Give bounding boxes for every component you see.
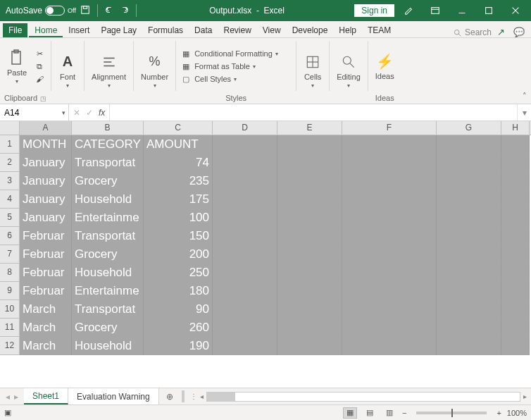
cell[interactable]	[501, 337, 530, 355]
cell[interactable]	[437, 282, 501, 300]
cell[interactable]	[213, 154, 277, 172]
cell[interactable]: 175	[144, 190, 213, 209]
cell[interactable]	[213, 264, 277, 282]
page-layout-view-icon[interactable]: ▤	[363, 407, 377, 419]
cell[interactable]: Entertainme	[72, 282, 144, 300]
row-header[interactable]: 10	[0, 300, 20, 319]
cell[interactable]	[437, 245, 501, 264]
autosave-toggle[interactable]: AutoSave Off	[6, 6, 76, 16]
cell[interactable]	[437, 337, 501, 355]
cell[interactable]: Grocery	[72, 245, 144, 264]
cell[interactable]	[501, 135, 530, 154]
cell[interactable]	[501, 245, 530, 264]
cell[interactable]	[213, 190, 277, 209]
cell[interactable]	[342, 300, 437, 319]
cell[interactable]	[277, 319, 342, 337]
cell[interactable]: 100	[144, 209, 213, 227]
cell[interactable]	[342, 227, 437, 245]
tab-data[interactable]: Data	[189, 23, 218, 37]
tab-review[interactable]: Review	[218, 23, 256, 37]
paste-button[interactable]: Paste ▾	[4, 47, 30, 86]
font-button[interactable]: A Font▾	[56, 51, 80, 90]
cell[interactable]: 250	[144, 264, 213, 282]
cell[interactable]	[213, 245, 277, 264]
cell[interactable]	[501, 300, 530, 319]
cell[interactable]: January	[20, 190, 72, 209]
cell[interactable]: 90	[144, 300, 213, 319]
cell[interactable]: 150	[144, 227, 213, 245]
cell[interactable]	[501, 264, 530, 282]
ideas-button[interactable]: ⚡ Ideas	[373, 51, 397, 82]
cell[interactable]: Entertainme	[72, 209, 144, 227]
tab-home[interactable]: Home	[29, 23, 63, 37]
cell[interactable]	[213, 227, 277, 245]
cell[interactable]	[437, 190, 501, 209]
col-header-h[interactable]: H	[501, 121, 530, 135]
row-header[interactable]: 3	[0, 172, 20, 190]
col-header-g[interactable]: G	[437, 121, 501, 135]
expand-formula-icon[interactable]: ▾	[517, 104, 531, 121]
cell[interactable]: 200	[144, 245, 213, 264]
col-header-f[interactable]: F	[342, 121, 437, 135]
cell[interactable]: 190	[144, 337, 213, 355]
share-icon[interactable]: ↗	[492, 27, 510, 37]
cell[interactable]	[277, 337, 342, 355]
minimize-icon[interactable]	[449, 1, 475, 20]
format-painter-button[interactable]: 🖌	[34, 73, 45, 85]
select-all-corner[interactable]	[0, 121, 20, 135]
tab-view[interactable]: View	[257, 23, 287, 37]
cell[interactable]	[213, 135, 277, 154]
cell[interactable]	[501, 282, 530, 300]
cell[interactable]	[437, 135, 501, 154]
cell[interactable]: January	[20, 154, 72, 172]
next-sheet-icon[interactable]: ▸	[14, 392, 18, 402]
row-header[interactable]: 12	[0, 337, 20, 355]
cell[interactable]	[342, 282, 437, 300]
cell[interactable]	[501, 209, 530, 227]
collapse-ribbon-icon[interactable]: ˄	[523, 92, 527, 101]
ribbon-options-icon[interactable]	[423, 1, 448, 20]
cell[interactable]	[213, 209, 277, 227]
row-header[interactable]: 1	[0, 135, 20, 154]
fx-icon[interactable]: fx	[99, 108, 105, 118]
zoom-out-icon[interactable]: −	[402, 409, 406, 417]
horizontal-scrollbar[interactable]: ⋮◂ ▸	[186, 388, 531, 404]
cell[interactable]	[342, 209, 437, 227]
chevron-down-icon[interactable]: ▾	[62, 109, 65, 116]
comments-icon[interactable]: 💬	[510, 27, 528, 37]
close-icon[interactable]	[503, 1, 528, 20]
cell[interactable]	[277, 209, 342, 227]
zoom-level[interactable]: 100%	[507, 409, 527, 417]
cell[interactable]: March	[20, 300, 72, 319]
tab-page-layout[interactable]: Page Lay	[95, 23, 142, 37]
cells-button[interactable]: Cells▾	[301, 51, 325, 90]
cancel-formula-icon[interactable]: ✕	[73, 108, 80, 118]
cut-button[interactable]: ✂	[34, 48, 45, 59]
undo-icon[interactable]	[105, 5, 115, 17]
cell[interactable]: January	[20, 209, 72, 227]
cell[interactable]	[342, 319, 437, 337]
tab-help[interactable]: Help	[333, 23, 362, 37]
save-icon[interactable]	[80, 5, 90, 17]
cell[interactable]	[501, 319, 530, 337]
editing-button[interactable]: Editing▾	[334, 51, 363, 90]
splitter[interactable]	[182, 390, 185, 402]
cell[interactable]: Transportat	[72, 300, 144, 319]
tab-team[interactable]: TEAM	[362, 23, 396, 37]
format-as-table-button[interactable]: ▦Format as Table▾	[180, 61, 278, 72]
cell[interactable]: Februar	[20, 264, 72, 282]
cell[interactable]	[342, 154, 437, 172]
cell[interactable]: CATEGORY	[72, 135, 144, 154]
cell[interactable]: Transportat	[72, 154, 144, 172]
cell[interactable]	[277, 172, 342, 190]
sign-in-button[interactable]: Sign in	[354, 4, 394, 17]
cell[interactable]	[213, 337, 277, 355]
page-break-view-icon[interactable]: ▥	[382, 407, 396, 419]
enter-formula-icon[interactable]: ✓	[86, 108, 93, 118]
cell[interactable]	[277, 245, 342, 264]
copy-button[interactable]: ⧉	[34, 61, 45, 72]
row-header[interactable]: 7	[0, 245, 20, 264]
search-box[interactable]: Search	[453, 27, 492, 37]
cell[interactable]	[437, 172, 501, 190]
row-header[interactable]: 4	[0, 190, 20, 209]
